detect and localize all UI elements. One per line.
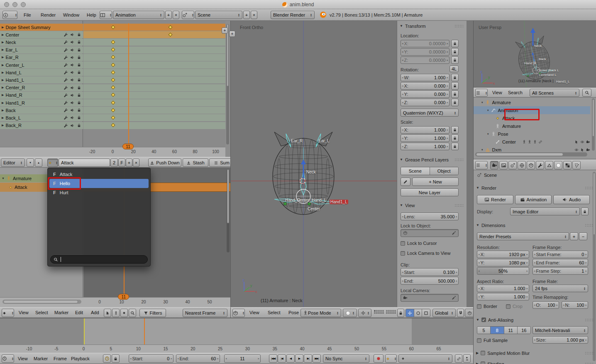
region-expand-button[interactable]: +	[229, 31, 235, 37]
panel-grip-icon[interactable]	[454, 204, 464, 207]
pivot-select[interactable]: ▲▼	[358, 309, 371, 317]
zoom-tool-button[interactable]	[129, 309, 136, 317]
filter-toggle-button[interactable]: ▴	[35, 159, 42, 167]
restrict-render-icon[interactable]	[586, 148, 590, 152]
channel-Center_L[interactable]: ▶Center_L	[0, 61, 83, 68]
remap-new-field[interactable]: ◂N:100▸	[562, 301, 588, 309]
resolution-percent-slider[interactable]: ◂50%▸	[477, 267, 529, 275]
lock-icon[interactable]	[77, 86, 81, 90]
resolution-x-field[interactable]: ◂X:1920 px▸	[477, 251, 529, 258]
tab-object[interactable]: Object	[430, 167, 459, 175]
dope-menu-select[interactable]: Select	[33, 308, 50, 318]
auto-keyframe-button[interactable]	[374, 354, 383, 363]
channel-Back_L[interactable]: ▶Back_L	[0, 114, 83, 121]
remap-old-field[interactable]: ◂O:100▸	[532, 301, 559, 309]
scene-select[interactable]: Scene▲▼	[195, 11, 242, 19]
channel-Center_R[interactable]: ▶Center_R	[0, 84, 83, 91]
lock-icon[interactable]	[77, 63, 81, 67]
lock-scale-button[interactable]	[451, 126, 459, 134]
speaker-icon[interactable]	[70, 70, 75, 75]
wrench-icon[interactable]	[64, 70, 68, 75]
action-name-field[interactable]: Attack	[59, 159, 110, 167]
lens-field[interactable]: ◂Lens:35.000▸	[401, 213, 459, 220]
lock-icon[interactable]	[77, 108, 81, 112]
layers-widget[interactable]	[374, 310, 396, 314]
local-camera-field[interactable]	[401, 294, 459, 302]
menu-help[interactable]: Help	[85, 9, 98, 20]
wrench-icon[interactable]	[64, 108, 68, 112]
full-sample-checkbox[interactable]: Full Sample	[477, 338, 508, 343]
dope-menu-marker[interactable]: Marker	[52, 308, 71, 318]
channel-Ear_L[interactable]: ▶Ear_L	[0, 46, 83, 54]
lock-object-field[interactable]	[401, 229, 459, 237]
start-frame-field[interactable]: ◂Start:0▸	[129, 354, 173, 363]
outliner-menu-view[interactable]: View	[490, 88, 504, 97]
panel-dimensions[interactable]: ▼Dimensions	[476, 222, 594, 229]
lock-icon[interactable]	[77, 123, 81, 128]
gp-new-layer-button[interactable]: New Layer	[401, 188, 459, 196]
keying-type-button[interactable]: ▲▼	[385, 354, 397, 363]
resolution-y-field[interactable]: ◂Y:1080 px▸	[477, 259, 529, 266]
editor-type-button[interactable]: ▲▼	[2, 11, 17, 19]
lock-rotation-button[interactable]	[451, 82, 459, 90]
speaker-icon[interactable]	[70, 78, 75, 82]
rotation-3[interactable]: ◂Z:0.000▸	[401, 99, 449, 106]
gp-source-tabs[interactable]: SceneObject	[401, 167, 459, 175]
tl-menu-frame[interactable]: Frame	[51, 353, 69, 364]
current-frame-field[interactable]: ◂11▸	[224, 354, 261, 363]
menu-window[interactable]: Window	[61, 9, 81, 20]
speaker-icon[interactable]	[70, 123, 75, 128]
scale-manipulator-icon[interactable]	[422, 309, 430, 317]
scrollbar[interactable]	[592, 98, 595, 151]
button-audio[interactable]: Audio	[553, 195, 590, 204]
scrollbar[interactable]	[227, 169, 230, 252]
display-scope-select[interactable]: All Scenes▲▼	[530, 89, 579, 97]
wrench-icon[interactable]	[64, 86, 68, 90]
lock-rotation-button[interactable]	[451, 99, 459, 106]
screen-layout-icon-button[interactable]: ▲▼	[100, 11, 112, 19]
remove-preset-button[interactable]: −	[579, 232, 587, 240]
dope-menu-view[interactable]: View	[17, 308, 31, 318]
add-layout-button[interactable]: +	[165, 11, 172, 19]
panel-transform[interactable]: ▼Transform	[400, 22, 464, 29]
lock-rotation-button[interactable]	[451, 90, 459, 98]
scrollbar[interactable]	[475, 152, 587, 156]
delete-keyframe-button[interactable]	[463, 354, 471, 363]
shading-select[interactable]: ▲▼	[343, 309, 357, 317]
panel-grip-icon[interactable]	[454, 158, 464, 161]
end-frame-field[interactable]: ◂End:60▸	[176, 354, 220, 363]
tl-menu-view[interactable]: View	[16, 353, 30, 364]
speaker-icon[interactable]	[70, 32, 75, 37]
filters-button[interactable]: Filters	[139, 309, 166, 317]
screen-layout-select[interactable]: Animation▲▼	[113, 11, 164, 19]
orientation-select[interactable]: Global▲▼	[432, 309, 456, 317]
aa-sample-8[interactable]: 8	[491, 327, 504, 334]
speaker-icon[interactable]	[70, 48, 75, 52]
outliner-row-pose[interactable]: ▾Pose	[474, 130, 590, 138]
wrench-icon[interactable]	[64, 48, 68, 52]
lock-cursor-button[interactable]	[112, 354, 120, 363]
speaker-icon[interactable]	[70, 108, 75, 112]
add-preset-button[interactable]: +	[570, 232, 578, 240]
wrench-icon[interactable]	[64, 100, 68, 105]
outliner-row-center[interactable]: Center	[474, 138, 590, 146]
jump-end-button[interactable]: ▶▶|	[313, 354, 321, 363]
unlink-action-button[interactable]: ×	[133, 159, 139, 167]
rotate-manipulator-icon[interactable]	[414, 309, 423, 317]
speaker-icon[interactable]	[70, 55, 75, 60]
scale-1[interactable]: ◂Y:1.000▸	[401, 134, 449, 142]
translate-manipulator-icon[interactable]	[406, 309, 414, 317]
insert-keyframe-button[interactable]	[455, 354, 462, 363]
speaker-icon[interactable]	[70, 63, 75, 67]
wrench-icon[interactable]	[64, 63, 68, 67]
aa-samples-buttons[interactable]: 581116	[477, 326, 531, 334]
render-presets-select[interactable]: Render Presets▲▼	[477, 232, 569, 240]
preview-range-button[interactable]	[103, 354, 111, 363]
tab-modifiers[interactable]	[536, 161, 544, 169]
dope-ruler[interactable]: -20020406080100	[0, 147, 225, 157]
aspect-y-field[interactable]: ◂Y:1.000▸	[477, 293, 529, 300]
render-engine-select[interactable]: Blender Render▲▼	[271, 11, 315, 19]
location-2[interactable]: ◂Z:0.00000▸	[401, 56, 449, 64]
lock-icon[interactable]	[77, 40, 81, 44]
aa-size-field[interactable]: ◂Size:1.000 px▸	[532, 336, 588, 344]
